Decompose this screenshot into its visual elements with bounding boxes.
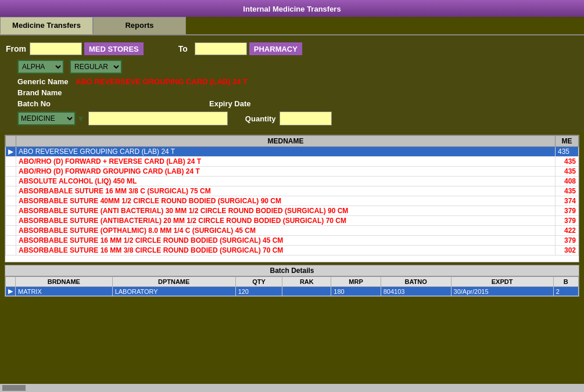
table-row[interactable]: ABO/RHO (D) FORWARD GROUPING CARD (LAB) … xyxy=(6,167,579,177)
alpha-dropdown[interactable]: ALPHA BETA GAMMA xyxy=(17,60,64,74)
row-arrow xyxy=(6,216,16,226)
table-row[interactable]: ABSOLUTE ALCOHOL (LIQ) 450 ML408 xyxy=(6,177,579,186)
generic-name-label: Generic Name xyxy=(17,77,76,86)
batch-cell-arrow: ▶ xyxy=(6,287,16,296)
table-row[interactable]: ABSORBABLE SUTURE 16 MM 1/2 CIRCLE ROUND… xyxy=(6,236,579,246)
batch-header-mrp: MRP xyxy=(331,277,381,287)
bottom-scrollbar[interactable] xyxy=(0,384,584,392)
medicine-table: MEDNAME ME ▶ABO REVERSEVE GROUPING CARD … xyxy=(5,135,579,262)
brand-name-row: Brand Name xyxy=(17,88,578,97)
table-row[interactable]: ABSORBABLE SUTURE 40MM 1/2 CIRCLE ROUND … xyxy=(6,196,579,206)
med-num-cell: 302 xyxy=(556,246,579,256)
med-name-cell: ABO REVERSEVE GROUPING CARD (LAB) 24 T xyxy=(16,147,556,157)
row-arrow xyxy=(6,246,16,256)
main-content: From MED STORES To PHARMACY ALPHA BETA G… xyxy=(0,35,584,132)
row-arrow: ▶ xyxy=(6,147,16,157)
row-arrow xyxy=(6,206,16,216)
med-num-cell: 379 xyxy=(556,236,579,246)
row-arrow xyxy=(6,167,16,177)
med-name-cell: ABSORBABALE SUTURE 16 MM 3/8 C (SURGICAL… xyxy=(16,186,556,196)
med-num-cell: 435 xyxy=(556,147,579,157)
scroll-thumb[interactable] xyxy=(2,385,26,391)
batch-header-dptname: DPTNAME xyxy=(112,277,235,287)
med-num-cell: 435 xyxy=(556,167,579,177)
tab-reports[interactable]: Reports xyxy=(93,17,186,34)
med-name-cell: ABSORBABLE SUTURE (OPTHALMIC) 8.0 MM 1/4… xyxy=(16,226,556,236)
table-row[interactable]: ABSORBABALE SUTURE 16 MM 3/8 C (SURGICAL… xyxy=(6,186,579,196)
batch-row[interactable]: ▶MATRIXLABORATORY12018080410330/Apr/2015… xyxy=(6,287,579,296)
tab-medicine-transfers[interactable]: Medicine Transfers xyxy=(0,17,93,34)
row-arrow xyxy=(6,226,16,236)
to-input[interactable] xyxy=(195,42,247,55)
table-header-medname: MEDNAME xyxy=(16,136,556,147)
table-row[interactable]: ABSORBABLE SUTURE 16 MM 3/8 CIRCLE ROUND… xyxy=(6,246,579,256)
tab-bar: Medicine Transfers Reports xyxy=(0,17,584,35)
med-num-cell: 379 xyxy=(556,216,579,226)
batch-cell-rak xyxy=(282,287,331,296)
expiry-date-label: Expiry Date xyxy=(209,99,251,108)
batch-header-arrow xyxy=(6,277,16,287)
batch-header-expdt: EXPDT xyxy=(451,277,553,287)
table-header-arrow xyxy=(6,136,16,147)
from-to-row: From MED STORES To PHARMACY xyxy=(6,42,578,55)
batch-cell-expdt: 30/Apr/2015 xyxy=(451,287,553,296)
to-label: To xyxy=(178,44,188,53)
med-name-cell: ABSOLUTE ALCOHOL (LIQ) 450 ML xyxy=(16,177,556,186)
quantity-input[interactable] xyxy=(280,112,332,125)
generic-name-row: Generic Name ABO REVERSEVE GROUPING CARD… xyxy=(17,77,578,86)
batch-cell-dptname: LABORATORY xyxy=(112,287,235,296)
table-row[interactable]: ABSORBABLE SUTURE (ANTI BACTERIAL) 30 MM… xyxy=(6,206,579,216)
controls-row: ALPHA BETA GAMMA REGULAR EMERGENCY xyxy=(17,60,578,74)
table-row[interactable]: ABO/RHO (D) FORWARD + REVERSE CARD (LAB)… xyxy=(6,157,579,167)
med-name-cell: ABSORBABLE SUTURE 40MM 1/2 CIRCLE ROUND … xyxy=(16,196,556,206)
med-num-cell: 374 xyxy=(556,196,579,206)
batch-cell-mrp: 180 xyxy=(331,287,381,296)
table-row[interactable]: ▶ABO REVERSEVE GROUPING CARD (LAB) 24 T4… xyxy=(6,147,579,157)
row-arrow xyxy=(6,177,16,186)
medicine-dropdown[interactable]: MEDICINE SURGICAL xyxy=(17,112,76,125)
row-arrow xyxy=(6,157,16,167)
med-name-cell: ABO/RHO (D) FORWARD GROUPING CARD (LAB) … xyxy=(16,167,556,177)
batch-cell-brdname: MATRIX xyxy=(16,287,113,296)
med-num-cell: 435 xyxy=(556,186,579,196)
row-arrow xyxy=(6,196,16,206)
table-header-me: ME xyxy=(556,136,579,147)
row-arrow xyxy=(6,186,16,196)
med-name-cell: ABSORBABLE SUTURE 16 MM 1/2 CIRCLE ROUND… xyxy=(16,236,556,246)
med-num-cell: 435 xyxy=(556,157,579,167)
to-section: To PHARMACY xyxy=(178,42,302,55)
batch-header-b: B xyxy=(553,277,578,287)
brand-name-label: Brand Name xyxy=(17,88,76,97)
table-row[interactable]: ABSORBABLE SUTURE (OPTHALMIC) 8.0 MM 1/4… xyxy=(6,226,579,236)
medicine-dropdown-arrow: ▼ xyxy=(77,114,85,123)
batch-header-brdname: BRDNAME xyxy=(16,277,113,287)
medicine-input-row: MEDICINE SURGICAL ▼ Quantity xyxy=(17,112,578,125)
med-num-cell: 422 xyxy=(556,226,579,236)
med-name-cell: ABSORBABLE SUTURE 16 MM 3/8 CIRCLE ROUND… xyxy=(16,246,556,256)
batch-header-qty: QTY xyxy=(235,277,282,287)
batch-details-title: Batch Details xyxy=(5,265,579,276)
from-input[interactable] xyxy=(30,42,82,55)
to-store-label: PHARMACY xyxy=(249,42,302,55)
generic-name-value: ABO REVERSEVE GROUPING CARD (LAB) 24 T xyxy=(76,77,248,86)
batch-header-rak: RAK xyxy=(282,277,331,287)
regular-dropdown[interactable]: REGULAR EMERGENCY xyxy=(70,60,122,74)
batch-cell-qty: 120 xyxy=(235,287,282,296)
batch-no-label: Batch No xyxy=(17,99,76,108)
batch-cell-b: 2 xyxy=(553,287,578,296)
title-bar: Internal Medicine Transfers xyxy=(0,0,584,17)
table-row[interactable]: ABSORBABLE SUTURE (ANTIBACTERIAL) 20 MM … xyxy=(6,216,579,226)
med-name-cell: ABSORBABLE SUTURE (ANTIBACTERIAL) 20 MM … xyxy=(16,216,556,226)
batch-header-batno: BATNO xyxy=(381,277,451,287)
from-label: From xyxy=(6,44,26,53)
med-name-cell: ABO/RHO (D) FORWARD + REVERSE CARD (LAB)… xyxy=(16,157,556,167)
med-num-cell: 379 xyxy=(556,206,579,216)
med-name-cell: ABSORBABLE SUTURE (ANTI BACTERIAL) 30 MM… xyxy=(16,206,556,216)
med-num-cell: 408 xyxy=(556,177,579,186)
medicine-search-input[interactable] xyxy=(88,112,228,125)
batch-cell-batno: 804103 xyxy=(381,287,451,296)
batch-details-area: Batch Details BRDNAMEDPTNAMEQTYRAKMRPBAT… xyxy=(5,265,579,297)
from-store-label: MED STORES xyxy=(84,42,144,55)
quantity-label: Quantity xyxy=(245,114,276,123)
medicine-dropdown-wrap: MEDICINE SURGICAL ▼ xyxy=(17,112,85,125)
